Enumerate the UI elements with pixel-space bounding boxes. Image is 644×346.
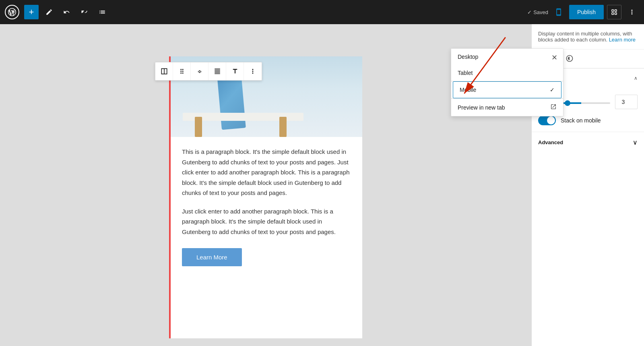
preview-dropdown: ✕ Desktop Tablet Mobile ✓ Preview in new… bbox=[451, 48, 564, 116]
advanced-title: Advanced bbox=[538, 139, 563, 145]
block-toolbar bbox=[155, 62, 262, 81]
block-more-button[interactable] bbox=[244, 62, 262, 80]
sidebar-toggle-button[interactable] bbox=[607, 5, 621, 19]
dropdown-item-tablet[interactable]: Tablet bbox=[451, 65, 563, 81]
stack-mobile-toggle[interactable] bbox=[538, 116, 556, 125]
undo-button[interactable] bbox=[60, 5, 74, 19]
sidebar-learn-more-link[interactable]: Learn more bbox=[609, 37, 636, 43]
align-button[interactable] bbox=[208, 62, 226, 80]
text-type-button[interactable] bbox=[226, 62, 244, 80]
saved-indicator: ✓ Saved bbox=[527, 9, 548, 15]
publish-button[interactable]: Publish bbox=[569, 5, 604, 19]
external-link-icon bbox=[550, 104, 557, 111]
sidebar-info: Display content in multiple columns, wit… bbox=[532, 24, 644, 50]
dropdown-close-button[interactable]: ✕ bbox=[549, 52, 560, 63]
block-text-area: This is a paragraph block. It's the simp… bbox=[171, 137, 362, 279]
drag-handle-button[interactable] bbox=[173, 62, 191, 80]
settings-chevron-up-icon: ∧ bbox=[634, 75, 638, 81]
mobile-check-icon: ✓ bbox=[550, 87, 555, 93]
advanced-section-header[interactable]: Advanced ∨ bbox=[538, 139, 638, 146]
redo-button[interactable] bbox=[77, 5, 92, 19]
paragraph-1[interactable]: This is a paragraph block. It's the simp… bbox=[182, 147, 351, 198]
main-area: This is a paragraph block. It's the simp… bbox=[0, 24, 644, 346]
stack-mobile-label: Stack on mobile bbox=[561, 117, 601, 124]
add-block-button[interactable]: + bbox=[24, 5, 39, 19]
more-options-button[interactable] bbox=[625, 5, 639, 19]
dropdown-item-preview-new-tab[interactable]: Preview in new tab bbox=[451, 99, 563, 116]
list-view-button[interactable] bbox=[95, 5, 109, 19]
content-block: This is a paragraph block. It's the simp… bbox=[169, 56, 362, 338]
preview-new-tab-label: Preview in new tab bbox=[458, 104, 505, 111]
toggle-knob bbox=[547, 116, 555, 124]
main-toolbar: + ✓ Saved Publish bbox=[0, 0, 644, 24]
move-up-down-button[interactable] bbox=[191, 62, 208, 80]
wp-logo[interactable] bbox=[5, 5, 19, 19]
paragraph-2[interactable]: Just click enter to add another paragrap… bbox=[182, 206, 351, 237]
edit-mode-button[interactable] bbox=[42, 5, 56, 19]
desktop-option-label: Desktop bbox=[458, 54, 478, 60]
saved-text: Saved bbox=[533, 9, 548, 15]
dropdown-item-mobile[interactable]: Mobile ✓ bbox=[453, 81, 561, 98]
preview-button[interactable] bbox=[551, 5, 566, 19]
mobile-option-label: Mobile bbox=[460, 87, 476, 93]
learn-more-button[interactable]: Learn More bbox=[182, 248, 242, 266]
advanced-chevron-down-icon: ∨ bbox=[633, 139, 638, 146]
columns-number-input[interactable]: 3 bbox=[615, 95, 638, 109]
dropdown-item-desktop[interactable]: Desktop bbox=[451, 49, 563, 65]
saved-check-icon: ✓ bbox=[527, 9, 532, 15]
stack-mobile-row: Stack on mobile bbox=[538, 116, 638, 125]
tablet-option-label: Tablet bbox=[458, 70, 473, 76]
columns-icon-button[interactable] bbox=[155, 62, 173, 80]
advanced-section: Advanced ∨ bbox=[532, 132, 644, 153]
